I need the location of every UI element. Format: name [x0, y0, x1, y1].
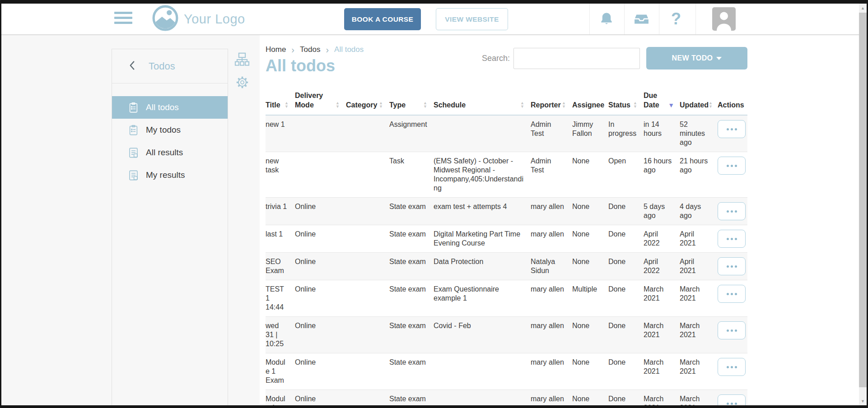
tool-strip [233, 51, 253, 96]
notifications-bell-icon[interactable] [592, 4, 621, 34]
table-header-row: Title▲▼Delivery Mode▲▼Category▲▼Type▲▼Sc… [266, 86, 747, 115]
cell-actions [718, 317, 747, 353]
cell-reporter: mary allen [531, 353, 572, 390]
ellipsis-icon [727, 238, 729, 240]
cell-reporter: Admin Test [531, 152, 572, 198]
column-header-title[interactable]: Title▲▼ [266, 86, 295, 115]
inbox-tray-icon[interactable] [626, 4, 656, 34]
search-label: Search: [482, 54, 510, 63]
todos-clipboard-icon [127, 124, 140, 136]
row-actions-button[interactable] [718, 230, 746, 248]
column-header-type[interactable]: Type▲▼ [389, 86, 434, 115]
table-row: Module 1 ExamOnlineState exammary allenN… [266, 390, 747, 406]
user-avatar[interactable] [712, 7, 736, 31]
row-actions-button[interactable] [718, 394, 746, 405]
scroll-down-arrow-icon[interactable]: ▼ [859, 397, 867, 405]
ellipsis-icon [727, 210, 729, 213]
table-row: Module 1 ExamOnlineState exammary allenN… [266, 353, 747, 390]
help-question-icon[interactable]: ? [661, 4, 691, 34]
column-header-delivery-mode[interactable]: Delivery Mode▲▼ [295, 86, 346, 115]
column-header-reporter[interactable]: Reporter▲▼ [531, 86, 572, 115]
search-input[interactable] [513, 48, 640, 69]
cell-schedule: (EMS Safety) - October - Midwest Regiona… [434, 152, 531, 198]
sidebar-item-my-results[interactable]: My results [112, 164, 228, 186]
cell-reporter: Natalya Sidun [531, 253, 572, 280]
cell-assignee: None [572, 390, 608, 406]
sidebar-collapse-button[interactable]: Todos [112, 49, 228, 83]
view-website-button[interactable]: VIEW WEBSITE [436, 8, 508, 30]
sidebar-item-all-todos[interactable]: All todos [112, 96, 228, 119]
cell-schedule: Exam Questionnaire example 1 [434, 280, 531, 317]
cell-schedule [434, 353, 531, 390]
cell-type: State exam [389, 280, 434, 317]
breadcrumb-home[interactable]: Home [266, 45, 286, 54]
divider [589, 4, 590, 34]
cell-actions [718, 390, 747, 406]
top-bar: Your Logo BOOK A COURSE VIEW WEBSITE ? [1, 4, 859, 35]
cell-reporter: mary allen [531, 390, 572, 406]
row-actions-button[interactable] [718, 120, 746, 138]
todos-clipboard-icon [127, 102, 140, 114]
cell-title: Module 1 Exam [266, 353, 295, 390]
table-row: last 1OnlineState examDigital Marketing … [266, 225, 747, 253]
cell-delivery-mode: Online [295, 198, 346, 225]
column-header-due-date[interactable]: Due Date▼ [644, 86, 680, 115]
sort-arrows-icon: ▲▼ [379, 101, 383, 110]
table-row: TEST 1 14:44OnlineState examExam Questio… [266, 280, 747, 317]
gear-icon[interactable] [233, 73, 251, 91]
ellipsis-icon [727, 366, 729, 368]
cell-delivery-mode [295, 115, 346, 152]
new-todo-button[interactable]: NEW TODO [646, 47, 747, 70]
cell-category [346, 225, 389, 253]
chevron-right-icon: › [291, 46, 294, 54]
row-actions-button[interactable] [718, 257, 746, 275]
ellipsis-icon [727, 403, 729, 405]
column-label: Title [266, 100, 280, 110]
column-label: Assignee [572, 100, 604, 110]
row-actions-button[interactable] [718, 157, 746, 175]
vertical-scrollbar[interactable]: ▲ ▼ [859, 4, 867, 405]
cell-category [346, 280, 389, 317]
breadcrumb-todos[interactable]: Todos [300, 45, 320, 54]
cell-updated: 21 hours ago [680, 152, 718, 198]
ellipsis-icon [727, 329, 729, 332]
row-actions-button[interactable] [718, 202, 746, 220]
book-a-course-button[interactable]: BOOK A COURSE [344, 8, 421, 30]
column-header-updated[interactable]: Updated▲▼ [680, 86, 718, 115]
cell-title: last 1 [266, 225, 295, 253]
results-document-icon [127, 169, 140, 181]
column-label: Due Date [644, 91, 668, 110]
cell-updated: March 2021 [680, 317, 718, 353]
scrollbar-thumb[interactable] [859, 13, 867, 387]
column-label: Delivery Mode [295, 91, 336, 110]
sitemap-icon[interactable] [233, 51, 251, 69]
results-document-icon [127, 147, 140, 159]
sidebar-item-all-results[interactable]: All results [112, 141, 228, 164]
column-header-category[interactable]: Category▲▼ [346, 86, 389, 115]
cell-status: In progress [608, 115, 644, 152]
cell-title: trivia 1 [266, 198, 295, 225]
cell-delivery-mode: Online [295, 353, 346, 390]
main-panel: Home › Todos › All todos All todos Searc… [260, 35, 859, 405]
column-label: Category [346, 100, 377, 110]
column-header-status[interactable]: Status▲▼ [608, 86, 644, 115]
cell-title: new 1 [266, 115, 295, 152]
row-actions-button[interactable] [718, 321, 746, 339]
cell-type: State exam [389, 198, 434, 225]
row-actions-button[interactable] [718, 285, 746, 303]
cell-due-date: 5 days ago [644, 198, 680, 225]
cell-category [346, 253, 389, 280]
row-actions-button[interactable] [718, 358, 746, 376]
cell-due-date: March 2021 [644, 317, 680, 353]
column-header-schedule[interactable]: Schedule▲▼ [434, 86, 531, 115]
hamburger-menu-icon[interactable] [114, 12, 132, 26]
cell-category [346, 353, 389, 390]
cell-reporter: mary allen [531, 280, 572, 317]
app-logo[interactable]: Your Logo [152, 5, 245, 33]
scroll-up-arrow-icon[interactable]: ▲ [859, 4, 867, 12]
sidebar-item-my-todos[interactable]: My todos [112, 119, 228, 141]
cell-assignee: None [572, 317, 608, 353]
cell-actions [718, 225, 747, 253]
cell-schedule: Covid - Feb [434, 317, 531, 353]
sort-arrows-icon: ▲▼ [423, 101, 427, 110]
